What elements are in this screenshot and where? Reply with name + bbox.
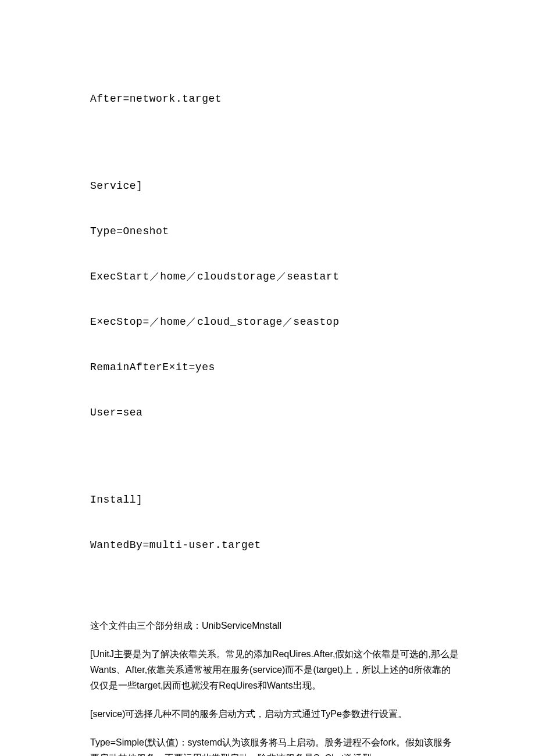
code-block-2: Service] Type=Oneshot ExecStart／home／clo… bbox=[90, 148, 459, 450]
code-line: E×ecStop=／home／cloud_storage／seastop bbox=[90, 314, 459, 329]
code-line: User=sea bbox=[90, 405, 459, 420]
code-line: RemainAfterE×it=yes bbox=[90, 360, 459, 375]
paragraph-service: [service)可选择几种不同的服务启动方式，启动方式通过TyPe参数进行设置… bbox=[90, 706, 459, 722]
code-block-3: Install] WantedBy=multi-user.target bbox=[90, 462, 459, 583]
code-line: WantedBy=multi-user.target bbox=[90, 538, 459, 553]
code-line: Type=Oneshot bbox=[90, 224, 459, 239]
paragraph-type-simple: Type=Simple(默认值)：systemd认为该服务将马上启动。股务进程不… bbox=[90, 734, 459, 756]
code-line: After=network.target bbox=[90, 91, 459, 106]
paragraph-unit: [UnitJ主要是为了解决依靠关系。常见的添加ReqUires.After,假如… bbox=[90, 646, 459, 693]
code-line: ExecStart／home／cloudstorage／seastart bbox=[90, 269, 459, 284]
code-block-1: After=network.target bbox=[90, 61, 459, 137]
code-line: Service] bbox=[90, 178, 459, 194]
code-line: Install] bbox=[90, 492, 459, 507]
paragraph-intro: 这个文件由三个部分组成：UnibServiceMnstall bbox=[90, 618, 459, 633]
document-page: After=network.target Service] Type=Onesh… bbox=[0, 0, 535, 756]
